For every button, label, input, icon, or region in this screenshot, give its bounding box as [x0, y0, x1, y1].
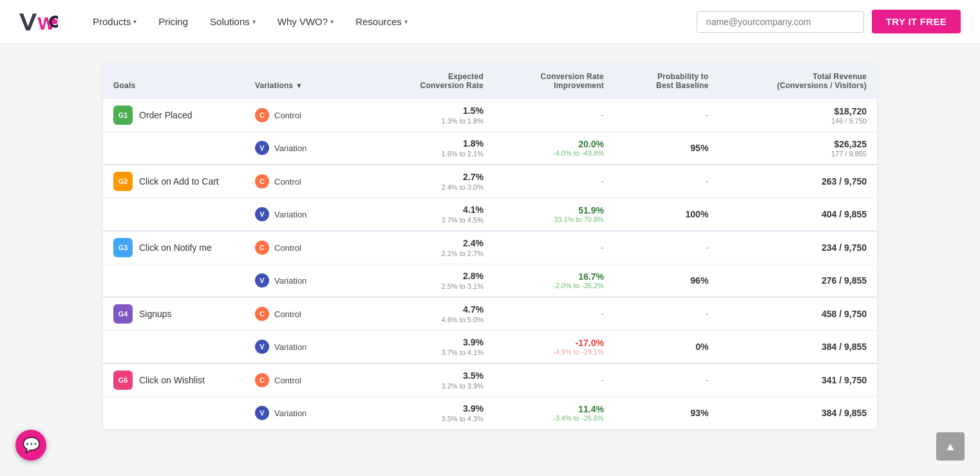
navbar-right: TRY IT FREE: [697, 10, 961, 33]
improvement-range: -4.0% to -43.8%: [504, 149, 604, 157]
probability-value: 100%: [686, 209, 709, 219]
variation-cell: C Control: [245, 363, 373, 397]
improvement-range: 33.1% to 70.8%: [504, 215, 604, 223]
table-row: V Variation 3.9% 3.7% to 4.1% -17.0% -4.…: [103, 331, 877, 364]
total-revenue-cell: 276 / 9,855: [719, 264, 877, 298]
probability-dash: -: [706, 243, 709, 253]
main-content: Goals Variations ▼ ExpectedConversion Ra…: [0, 44, 980, 448]
exp-rate-sub: 2.1% to 2.7%: [384, 250, 484, 257]
chat-icon: 💬: [23, 437, 40, 448]
results-table: Goals Variations ▼ ExpectedConversion Ra…: [103, 63, 877, 429]
improvement-cell: -: [494, 99, 614, 132]
goal-badge: G2: [113, 172, 133, 191]
scroll-top-button[interactable]: ▲: [936, 432, 965, 448]
resources-chevron-icon: ▾: [404, 18, 408, 25]
revenue-main: 384 / 9,855: [729, 408, 867, 418]
nav-resources[interactable]: Resources ▾: [346, 11, 417, 32]
nav-pricing[interactable]: Pricing: [149, 11, 197, 32]
improvement-cell: -: [494, 363, 614, 397]
revenue-main: 234 / 9,750: [729, 243, 867, 253]
control-badge: C: [255, 241, 269, 255]
goal-cell-G4: [103, 331, 245, 364]
col-total-revenue: Total Revenue(Conversions / Visitors): [719, 63, 877, 99]
total-revenue-cell: 458 / 9,750: [719, 297, 877, 331]
variation-badge: V: [255, 273, 269, 288]
revenue-main: 276 / 9,855: [729, 275, 867, 286]
expected-rate-cell: 3.9% 3.7% to 4.1%: [373, 331, 494, 364]
logo[interactable]: W: [19, 9, 58, 35]
variation-label: Variation: [274, 143, 306, 153]
goal-cell-G1: [103, 132, 245, 165]
table-row: G4 Signups C Control 4.7% 4.6% to 5.0%--…: [103, 297, 877, 331]
expected-rate-cell: 2.4% 2.1% to 2.7%: [373, 231, 494, 264]
probability-cell: -: [614, 99, 719, 132]
goal-name: Signups: [139, 309, 172, 319]
probability-dash: -: [706, 176, 709, 187]
try-it-free-button[interactable]: TRY IT FREE: [872, 10, 961, 33]
probability-cell: 96%: [614, 264, 719, 298]
goal-name: Click on Wishlist: [139, 375, 205, 385]
improvement-range: -4.9% to -29.1%: [504, 348, 604, 356]
goal-cell-G3: [103, 264, 245, 298]
improvement-dash: -: [601, 110, 604, 120]
revenue-sub: 177 / 9,855: [729, 150, 867, 158]
goal-name: Click on Notify me: [139, 243, 212, 253]
table-row: G1 Order Placed C Control 1.5% 1.3% to 1…: [103, 99, 877, 132]
expected-rate-cell: 1.5% 1.3% to 1.8%: [373, 99, 494, 132]
results-table-wrapper: Goals Variations ▼ ExpectedConversion Ra…: [103, 63, 877, 429]
improvement-value: 16.7%: [504, 271, 604, 282]
variation-label: Control: [274, 111, 301, 120]
goal-badge: G1: [113, 105, 133, 125]
improvement-cell: 11.4% -3.4% to -26.6%: [494, 397, 614, 430]
exp-rate-main: 1.8%: [384, 138, 484, 149]
improvement-value: 11.4%: [504, 404, 604, 414]
variation-cell: V Variation: [245, 132, 373, 165]
nav-solutions[interactable]: Solutions ▾: [201, 11, 265, 32]
improvement-cell: 16.7% -2.0% to -35.2%: [494, 264, 614, 298]
improvement-dash: -: [601, 375, 604, 385]
exp-rate-sub: 2.4% to 3.0%: [384, 183, 484, 191]
variation-label: Variation: [274, 276, 306, 286]
control-badge: C: [255, 108, 269, 122]
control-badge: C: [255, 174, 269, 188]
improvement-cell: -: [494, 165, 614, 198]
variation-badge: V: [255, 207, 269, 221]
col-improvement: Conversion RateImprovement: [494, 63, 614, 99]
total-revenue-cell: 341 / 9,750: [719, 363, 877, 397]
variation-label: Control: [274, 243, 301, 253]
exp-rate-sub: 1.3% to 1.8%: [384, 117, 484, 125]
variation-label: Variation: [274, 342, 306, 352]
exp-rate-sub: 3.5% to 4.3%: [384, 415, 484, 423]
nav-why-vwo[interactable]: Why VWO? ▾: [269, 11, 343, 32]
expected-rate-cell: 1.8% 1.6% to 2.1%: [373, 132, 494, 165]
exp-rate-main: 4.1%: [384, 205, 484, 215]
revenue-main: 341 / 9,750: [729, 375, 867, 385]
nav-products[interactable]: Products ▾: [84, 11, 146, 32]
exp-rate-sub: 3.7% to 4.5%: [384, 216, 484, 224]
svg-text:W: W: [38, 12, 55, 33]
col-variations: Variations ▼: [245, 63, 373, 99]
email-input[interactable]: [697, 11, 864, 33]
variation-cell: V Variation: [245, 397, 373, 430]
goal-cell-G3: G3 Click on Notify me: [103, 231, 245, 264]
control-badge: C: [255, 373, 269, 387]
probability-cell: 93%: [614, 397, 719, 430]
svg-point-3: [53, 19, 58, 24]
variation-badge: V: [255, 141, 269, 155]
solutions-chevron-icon: ▾: [252, 18, 256, 25]
revenue-main: $26,325: [729, 139, 867, 149]
exp-rate-main: 3.9%: [384, 403, 484, 414]
why-vwo-chevron-icon: ▾: [330, 18, 334, 25]
exp-rate-main: 2.8%: [384, 271, 484, 281]
improvement-cell: -: [494, 231, 614, 264]
improvement-dash: -: [601, 243, 604, 253]
revenue-main: 458 / 9,750: [729, 309, 867, 319]
variation-cell: C Control: [245, 99, 373, 132]
expected-rate-cell: 4.1% 3.7% to 4.5%: [373, 198, 494, 232]
total-revenue-cell: $18,720 146 / 9,750: [719, 99, 877, 132]
total-revenue-cell: 384 / 9,855: [719, 397, 877, 430]
variation-cell: C Control: [245, 297, 373, 331]
total-revenue-cell: $26,325 177 / 9,855: [719, 132, 877, 165]
exp-rate-sub: 2.5% to 3.1%: [384, 282, 484, 290]
col-probability: Probability toBest Baseline: [614, 63, 719, 99]
